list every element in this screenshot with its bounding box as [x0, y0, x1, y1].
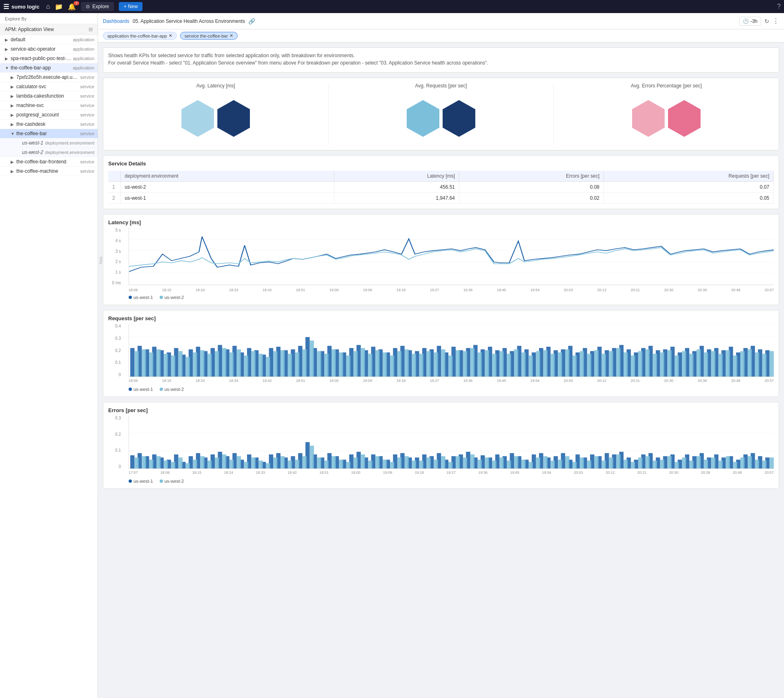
- legend-label: us-west-2: [165, 295, 184, 300]
- svg-rect-353: [675, 462, 679, 468]
- item-type: service: [80, 159, 94, 164]
- legend-us-west-2: us-west-2: [160, 295, 184, 300]
- sidebar-item-coffee-bar-frontend[interactable]: ▶ the-coffee-bar-frontend service: [0, 157, 98, 167]
- svg-rect-103: [164, 354, 168, 377]
- sidebar-item-service-abc-operator[interactable]: ▶ service-abc-operator application: [0, 45, 98, 54]
- sidebar-item-coffee-machine[interactable]: ▶ the-coffee-machine service: [0, 167, 98, 176]
- svg-rect-346: [624, 460, 628, 469]
- metric-errors: Avg. Errors Percentage [per sec]: [559, 83, 774, 145]
- main-content: Dashboards 05. Application Service Healt…: [98, 13, 784, 698]
- dashboards-link[interactable]: Dashboards: [103, 18, 129, 24]
- help-icon[interactable]: ?: [777, 3, 781, 10]
- y-label: 0.4: [115, 324, 121, 328]
- service-details-card: Service Details deployment.environment L…: [103, 155, 779, 209]
- svg-rect-312: [375, 456, 379, 468]
- latency-chart-area: 5 s 4 s 3 s 2 s 1 s 0 ms Time: [108, 228, 774, 293]
- errors-svg: [129, 416, 774, 468]
- explore-tab[interactable]: ⊙ Explore: [81, 2, 114, 11]
- y-label: 0: [118, 464, 121, 469]
- sidebar-item-lambda-cakes[interactable]: ▶ lambda-cakesfunction service: [0, 91, 98, 101]
- sidebar-item-us-west-2[interactable]: us-west-2 deployment.environment: [0, 148, 98, 157]
- time-range-picker[interactable]: 🕐 -3h: [739, 17, 761, 26]
- svg-rect-106: [186, 357, 190, 377]
- svg-rect-181: [733, 355, 737, 377]
- latency-y-axis: 5 s 4 s 3 s 2 s 1 s 0 ms: [108, 228, 122, 285]
- item-label: calculator-svc: [16, 84, 78, 89]
- tag-label: service the-coffee-bar: [185, 33, 228, 38]
- item-label: lambda-cakesfunction: [16, 93, 78, 99]
- sidebar-item-coffee-bar-app[interactable]: ▼ the-coffee-bar-app application: [0, 63, 98, 73]
- refresh-icon[interactable]: ↻: [764, 18, 769, 25]
- toggle-icon: ▶: [11, 113, 16, 117]
- sumo-logo: ☰ sumo logic: [3, 3, 40, 11]
- svg-rect-329: [499, 457, 503, 468]
- item-type: deployment.environment: [45, 140, 94, 145]
- svg-rect-344: [609, 457, 613, 468]
- item-type: deployment.environment: [45, 150, 94, 155]
- sidebar-item-spa-react[interactable]: ▶ spa-react-public-poc-test-applicat... …: [0, 54, 98, 63]
- svg-rect-366: [770, 457, 774, 468]
- latency-hexagons: [181, 92, 250, 145]
- legend-dot: [160, 296, 163, 299]
- svg-rect-186: [770, 351, 774, 377]
- new-button[interactable]: + New: [119, 2, 143, 11]
- svg-rect-308: [346, 462, 350, 468]
- sidebar-item-default[interactable]: ▶ default application: [0, 35, 98, 45]
- legend-label: us-west-1: [134, 295, 153, 300]
- tags-row: application the-coffee-bar-app ✕ service…: [98, 29, 784, 42]
- more-options-icon[interactable]: ⋮: [773, 17, 779, 25]
- sidebar-item-cashdesk[interactable]: ▶ the-cashdesk service: [0, 120, 98, 129]
- svg-rect-120: [288, 354, 292, 377]
- svg-rect-323: [456, 456, 460, 468]
- item-type: service: [80, 122, 94, 127]
- hamburger-menu[interactable]: ☰: [3, 3, 9, 11]
- tag-application[interactable]: application the-coffee-bar-app ✕: [103, 32, 177, 40]
- svg-rect-283: [164, 461, 168, 468]
- svg-rect-360: [726, 456, 730, 468]
- alerts-nav-item[interactable]: 🔔 7: [66, 3, 78, 11]
- svg-rect-147: [485, 350, 489, 377]
- sidebar-item-postgresql[interactable]: ▶ postgresql_account service: [0, 110, 98, 120]
- svg-rect-298: [273, 457, 277, 468]
- sidebar-item-7pxfz[interactable]: ▶ 7pxfz26o5h.execute-api.us-west-2.a... …: [0, 73, 98, 82]
- svg-rect-139: [426, 351, 430, 377]
- home-icon[interactable]: ⌂: [45, 1, 52, 12]
- sidebar-item-us-west-1[interactable]: us-west-1 deployment.environment: [0, 138, 98, 148]
- svg-rect-325: [470, 455, 474, 468]
- svg-rect-358: [711, 457, 715, 468]
- svg-rect-121: [295, 352, 299, 377]
- sidebar-item-coffee-bar[interactable]: ▼ the-coffee-bar service: [0, 129, 98, 138]
- item-label: machine-svc: [16, 103, 78, 108]
- item-label: us-west-1: [22, 140, 44, 146]
- tag-close-icon[interactable]: ✕: [169, 33, 172, 38]
- latency-svg: [129, 228, 774, 285]
- svg-rect-122: [303, 349, 307, 377]
- svg-rect-109: [207, 354, 212, 377]
- svg-rect-321: [441, 456, 445, 468]
- sidebar-item-calculator-svc[interactable]: ▶ calculator-svc service: [0, 82, 98, 91]
- sidebar-item-machine-svc[interactable]: ▶ machine-svc service: [0, 101, 98, 110]
- svg-rect-348: [638, 457, 642, 468]
- item-label: the-cashdesk: [16, 121, 78, 127]
- row-env: us-west-2: [120, 182, 334, 193]
- folder-icon[interactable]: 📁: [53, 1, 65, 12]
- share-link-icon[interactable]: 🔗: [248, 18, 255, 25]
- service-details-table: deployment.environment Latency [ms] Erro…: [108, 171, 774, 204]
- svg-rect-284: [171, 462, 175, 468]
- tag-close-icon[interactable]: ✕: [229, 33, 233, 38]
- item-label: us-west-2: [22, 149, 44, 155]
- col-requests: Requests [per sec]: [604, 171, 774, 182]
- errors-x-axis: 17:5718:0618:1518:2418:3318:4218:5119:00…: [129, 471, 774, 477]
- tag-service[interactable]: service the-coffee-bar ✕: [180, 32, 238, 40]
- explore-by-label: Explore By: [5, 16, 93, 21]
- requests-x-axis: 18:0618:1518:2418:3318:4218:5119:0019:09…: [129, 379, 774, 385]
- svg-rect-340: [580, 457, 584, 468]
- filter-icon[interactable]: ⊟: [89, 27, 93, 32]
- requests-legend: us-west-1 us-west-2: [108, 387, 774, 392]
- info-box: Shows health KPIs for selected service f…: [103, 47, 779, 73]
- item-type: application: [73, 47, 94, 51]
- svg-rect-295: [251, 457, 255, 468]
- legend-label: us-west-2: [165, 387, 184, 392]
- latency-chart-card: Latency [ms] 5 s 4 s 3 s 2 s 1 s 0 ms Ti…: [103, 214, 779, 305]
- new-button-label: + New: [124, 4, 138, 9]
